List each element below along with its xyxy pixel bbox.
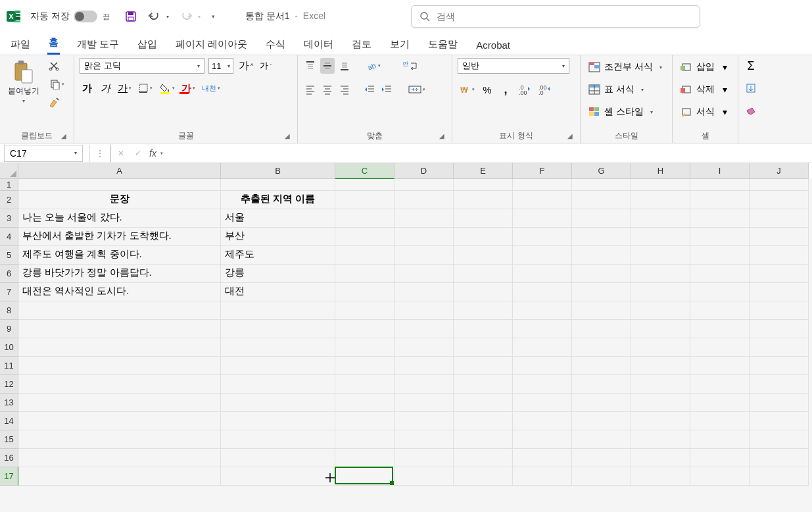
cell-D4[interactable]: [394, 228, 454, 246]
column-header-H[interactable]: H: [631, 163, 690, 179]
cell-C1[interactable]: [335, 179, 394, 191]
shrink-font-button[interactable]: 가ˇ: [258, 58, 273, 74]
customize-qat-button[interactable]: ▾: [208, 7, 219, 26]
cell-E2[interactable]: [454, 191, 513, 209]
cell-D13[interactable]: [394, 394, 454, 412]
font-name-select[interactable]: 맑은 고딕▾: [80, 58, 204, 74]
cell-H13[interactable]: [631, 394, 690, 412]
cell-E12[interactable]: [454, 375, 513, 394]
tab-개발 도구[interactable]: 개발 도구: [76, 34, 120, 55]
row-header-17[interactable]: 17: [0, 467, 18, 486]
decrease-decimal-button[interactable]: .00.0: [537, 82, 552, 97]
cell-F14[interactable]: [513, 412, 572, 430]
cell-J12[interactable]: [750, 375, 809, 394]
cell-G4[interactable]: [572, 228, 631, 246]
tab-보기[interactable]: 보기: [389, 34, 411, 55]
cell-E14[interactable]: [454, 412, 513, 430]
cell-H12[interactable]: [631, 375, 690, 394]
row-header-11[interactable]: 11: [0, 357, 18, 375]
row-header-2[interactable]: 2: [0, 191, 18, 209]
cell-D10[interactable]: [394, 338, 454, 357]
cell-G5[interactable]: [572, 246, 631, 265]
cell-C8[interactable]: [335, 301, 394, 320]
cell-C4[interactable]: [335, 228, 394, 246]
cell-H4[interactable]: [631, 228, 690, 246]
cell-B5[interactable]: 제주도: [221, 246, 335, 265]
indent-increase-button[interactable]: [379, 82, 394, 97]
tab-페이지 레이아웃[interactable]: 페이지 레이아웃: [174, 34, 249, 55]
row-header-8[interactable]: 8: [0, 301, 18, 320]
border-button[interactable]: ▾: [137, 80, 154, 96]
cell-A10[interactable]: [18, 338, 221, 357]
cell-F2[interactable]: [513, 191, 572, 209]
redo-dropdown[interactable]: ▾: [195, 7, 203, 26]
cell-D5[interactable]: [394, 246, 454, 265]
cell-J17[interactable]: [750, 467, 809, 486]
font-launcher[interactable]: ◢: [283, 131, 292, 140]
bold-button[interactable]: 가: [80, 80, 94, 96]
cell-I3[interactable]: [690, 209, 750, 228]
cell-I7[interactable]: [690, 283, 750, 301]
paste-button[interactable]: 붙여넣기 ▾: [5, 58, 42, 107]
cell-J6[interactable]: [750, 265, 809, 283]
cell-E15[interactable]: [454, 430, 513, 449]
cell-J5[interactable]: [750, 246, 809, 265]
cell-I9[interactable]: [690, 320, 750, 338]
cell-F10[interactable]: [513, 338, 572, 357]
row-header-12[interactable]: 12: [0, 375, 18, 394]
cell-C5[interactable]: [335, 246, 394, 265]
cell-H14[interactable]: [631, 412, 690, 430]
cell-B8[interactable]: [221, 301, 335, 320]
cell-G3[interactable]: [572, 209, 631, 228]
clear-button[interactable]: [744, 103, 758, 118]
cell-D15[interactable]: [394, 430, 454, 449]
cell-E1[interactable]: [454, 179, 513, 191]
cell-B4[interactable]: 부산: [221, 228, 335, 246]
cell-F16[interactable]: [513, 449, 572, 467]
cell-C7[interactable]: [335, 283, 394, 301]
tab-삽입[interactable]: 삽입: [136, 34, 158, 55]
cell-C12[interactable]: [335, 375, 394, 394]
column-header-G[interactable]: G: [572, 163, 631, 179]
cell-A1[interactable]: [18, 179, 221, 191]
fill-button[interactable]: [744, 80, 758, 96]
cell-C2[interactable]: [335, 191, 394, 209]
align-bottom-button[interactable]: [337, 58, 352, 74]
cell-H8[interactable]: [631, 301, 690, 320]
cell-J8[interactable]: [750, 301, 809, 320]
cell-H5[interactable]: [631, 246, 690, 265]
cell-H9[interactable]: [631, 320, 690, 338]
cell-F1[interactable]: [513, 179, 572, 191]
cell-H6[interactable]: [631, 265, 690, 283]
cell-I10[interactable]: [690, 338, 750, 357]
cell-D11[interactable]: [394, 357, 454, 375]
cell-J2[interactable]: [750, 191, 809, 209]
row-header-4[interactable]: 4: [0, 228, 18, 246]
row-header-3[interactable]: 3: [0, 209, 18, 228]
wrap-text-button[interactable]: 깐: [400, 58, 419, 74]
column-header-I[interactable]: I: [690, 163, 750, 179]
cell-I8[interactable]: [690, 301, 750, 320]
cell-D17[interactable]: [394, 467, 454, 486]
cell-I12[interactable]: [690, 375, 750, 394]
cell-F17[interactable]: [513, 467, 572, 486]
name-box[interactable]: C17 ▾: [4, 145, 83, 162]
cell-D7[interactable]: [394, 283, 454, 301]
cell-A8[interactable]: [18, 301, 221, 320]
number-format-select[interactable]: 일반▾: [458, 58, 569, 74]
cell-G1[interactable]: [572, 179, 631, 191]
cell-F4[interactable]: [513, 228, 572, 246]
row-header-5[interactable]: 5: [0, 246, 18, 265]
tab-수식[interactable]: 수식: [264, 34, 287, 55]
copy-button[interactable]: ▾: [46, 76, 68, 92]
cell-A3[interactable]: 나는 오늘 서울에 갔다.: [18, 209, 221, 228]
cell-H1[interactable]: [631, 179, 690, 191]
increase-decimal-button[interactable]: .0.00: [517, 82, 533, 97]
cell-D8[interactable]: [394, 301, 454, 320]
cell-F11[interactable]: [513, 357, 572, 375]
cut-button[interactable]: [46, 58, 62, 74]
cell-E9[interactable]: [454, 320, 513, 338]
column-header-A[interactable]: A: [18, 163, 221, 179]
cell-J7[interactable]: [750, 283, 809, 301]
tab-도움말[interactable]: 도움말: [427, 34, 459, 55]
